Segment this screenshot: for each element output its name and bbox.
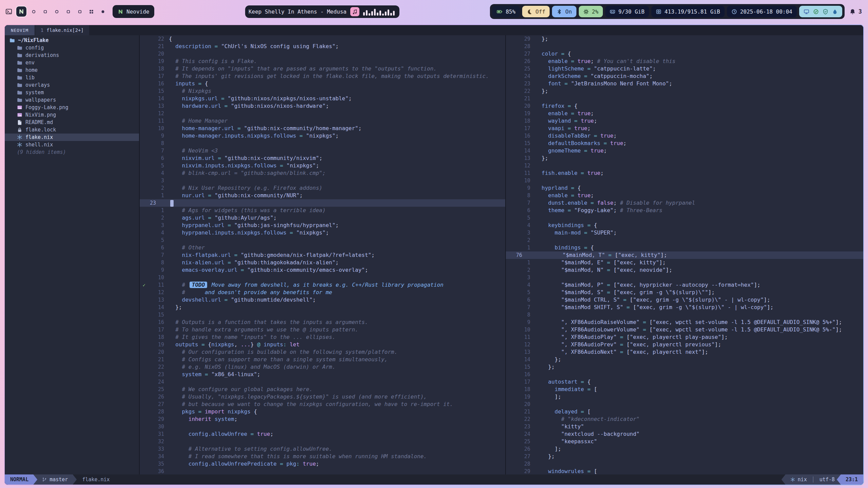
code-line[interactable]: 20 xyxy=(506,401,863,408)
code-line[interactable]: 19 # This config is a Flake. xyxy=(140,58,505,65)
code-line[interactable]: 14 }; xyxy=(506,356,863,363)
code-line[interactable]: 22 # "kdeconnect-indicator" xyxy=(506,415,863,423)
code-line[interactable]: 22 }; xyxy=(506,87,863,95)
tree-item-lib[interactable]: lib xyxy=(5,74,139,81)
tree-item-derivations[interactable]: derivations xyxy=(5,52,139,59)
code-line[interactable]: 16 xyxy=(506,371,863,378)
code-line[interactable]: 6 "$mainMod CTRL, S" = ["exec, grim -g \… xyxy=(506,296,863,304)
tree-item-NixVim.png[interactable]: NixVim.png xyxy=(5,111,139,119)
code-line[interactable]: 18 # It gives the name "inputs" to the .… xyxy=(140,333,505,341)
code-line[interactable]: 29 }; xyxy=(506,35,863,43)
idle-inhibitor-pill[interactable]: Off xyxy=(522,6,550,17)
code-line[interactable]: 3 xyxy=(506,274,863,281)
code-line[interactable]: 26 ]; xyxy=(506,445,863,453)
clock-pill[interactable]: 2025-06-18 00:04 xyxy=(727,6,797,17)
memory-pill[interactable]: 9/30 GiB xyxy=(605,6,649,17)
code-line[interactable]: 8 nix-alien.url = "github:thiagokokada/n… xyxy=(140,259,505,266)
code-line[interactable]: 35 config.allowUnfreePredicate = pkg: tr… xyxy=(140,460,505,468)
code-line[interactable]: 2 # Nix User Repository (e.g. Firefox ad… xyxy=(140,184,505,192)
launcher-terminal-icon[interactable] xyxy=(4,7,14,16)
code-line[interactable]: 21 description = "ChUrl's NixOS config u… xyxy=(140,43,505,50)
code-line[interactable]: 28 pkgs = import nixpkgs { xyxy=(140,408,505,415)
code-line[interactable]: 19 ]; xyxy=(506,393,863,401)
tray-monitor-icon[interactable] xyxy=(804,9,809,15)
code-line[interactable]: 14 }; xyxy=(140,304,505,311)
code-line[interactable]: 12 # and doesn't provide any benefits fo… xyxy=(140,289,505,296)
code-line[interactable]: 7 dunst.enable = false; # Disable for hy… xyxy=(506,199,863,207)
tree-root[interactable]: ~/NixFlake xyxy=(5,37,139,44)
code-line[interactable]: 5 xyxy=(140,237,505,244)
tree-item-shell.nix[interactable]: shell.nix xyxy=(5,141,139,148)
git-branch[interactable]: master xyxy=(33,474,77,485)
code-line[interactable]: 20 firefox = { xyxy=(506,102,863,110)
battery-pill[interactable]: 85% xyxy=(492,6,520,17)
code-line[interactable]: 28 xyxy=(506,43,863,50)
cpu-pill[interactable]: 2% xyxy=(579,6,603,17)
code-line[interactable]: 13 hardware.url = "github:nixos/nixos-ha… xyxy=(140,102,505,110)
code-line[interactable]: 4 keybindings = { xyxy=(506,222,863,229)
code-line[interactable]: ✓11 # TODO Move away from devshell, as i… xyxy=(140,281,505,289)
code-line[interactable]: 2 ags.url = "github:Aylur/ags"; xyxy=(140,214,505,222)
code-line[interactable]: 26 enable = true; # You can't disable th… xyxy=(506,58,863,65)
workspace-1-active[interactable] xyxy=(16,6,26,17)
code-line[interactable]: 21 # Configs can support more than a sin… xyxy=(140,356,505,363)
code-line[interactable]: 76 "$mainMod, T" = ["exec, kitty"]; xyxy=(506,251,863,259)
disk-pill[interactable]: 413.19/915.81 GiB xyxy=(651,6,725,17)
code-line[interactable]: 2 xyxy=(506,237,863,244)
workspace-5[interactable] xyxy=(64,7,73,16)
code-line[interactable]: 25 lightScheme = "catppuccin-latte"; xyxy=(506,65,863,73)
code-line[interactable]: 21 xyxy=(506,95,863,102)
code-line[interactable]: 7 # NeoVim <3 xyxy=(140,147,505,155)
code-line[interactable]: 4 # blink-cmp.url = "github:saghen/blink… xyxy=(140,169,505,177)
workspace-3[interactable] xyxy=(41,7,50,16)
workspace-4[interactable] xyxy=(52,7,61,16)
app-badge-neovide[interactable]: Neovide xyxy=(113,5,154,18)
code-line[interactable]: 19 enable = true; xyxy=(506,110,863,117)
code-line[interactable]: 23 font = "JetBrainsMono Nerd Font Mono"… xyxy=(506,80,863,87)
code-line[interactable]: 15 xyxy=(140,311,505,319)
code-line[interactable]: 25 # We configure our global packages he… xyxy=(140,386,505,393)
code-line[interactable]: 9 emacs-overlay.url = "github:nix-commun… xyxy=(140,266,505,274)
code-line[interactable]: 1 nur.url = "github:nix-community/NUR"; xyxy=(140,192,505,199)
code-line[interactable]: 26 # Usually, "nixpkgs.legacyPackages.${… xyxy=(140,393,505,401)
code-line[interactable]: 36 xyxy=(140,468,505,474)
tree-item-env[interactable]: env xyxy=(5,59,139,66)
tree-item-config[interactable]: config xyxy=(5,44,139,52)
code-line[interactable]: 28 xyxy=(506,460,863,468)
code-line[interactable]: 34 # I read somewhere that this is more … xyxy=(140,453,505,460)
code-line[interactable]: 27 }; xyxy=(506,453,863,460)
code-line[interactable]: 19 outputs = {nixpkgs, ...} @ inputs: le… xyxy=(140,341,505,348)
code-line[interactable]: 31 config.allowUnfree = true; xyxy=(140,430,505,438)
code-line[interactable]: 23 xyxy=(140,199,505,207)
code-line[interactable]: 13 }; xyxy=(506,155,863,162)
code-line[interactable]: 13 ", XF86AudioNext" = ["exec, playerctl… xyxy=(506,348,863,356)
notifications-indicator[interactable]: 3 xyxy=(849,8,864,15)
tray-check-icon[interactable] xyxy=(813,9,819,15)
code-line[interactable]: 12 xyxy=(506,162,863,169)
code-line[interactable]: 14 nixpkgs.url = "github:nixos/nixpkgs/n… xyxy=(140,95,505,102)
code-line[interactable]: 5 xyxy=(506,214,863,222)
code-line[interactable]: 16 disableTabBar = true; xyxy=(506,132,863,140)
code-line[interactable]: 8 xyxy=(506,311,863,319)
tree-item-wallpapers[interactable]: wallpapers xyxy=(5,96,139,104)
code-line[interactable]: 32 xyxy=(140,438,505,445)
code-line[interactable]: 18 wayland = true; xyxy=(506,117,863,125)
code-line[interactable]: 7 "$mainMod SHIFT, S" = ["exec, grim -g … xyxy=(506,304,863,311)
code-line[interactable]: 16 # Outputs is a function that takes th… xyxy=(140,319,505,326)
code-line[interactable]: 1 bindings = { xyxy=(506,244,863,251)
code-line[interactable]: 23 system = "x86_64-linux"; xyxy=(140,371,505,378)
code-line[interactable]: 6 # Other xyxy=(140,244,505,251)
code-line[interactable]: 24 xyxy=(140,378,505,386)
code-line[interactable]: 24 darkScheme = "catppuccin-mocha"; xyxy=(506,73,863,80)
code-line[interactable]: 27 # but because we want to change the n… xyxy=(140,401,505,408)
tree-item-flake.nix[interactable]: flake.nix xyxy=(5,134,139,141)
code-line[interactable]: 12 ", XF86AudioPrev" = ["exec, playerctl… xyxy=(506,341,863,348)
code-line[interactable]: 14 gnomeTheme = true; xyxy=(506,147,863,155)
code-line[interactable]: 23 "kitty" xyxy=(506,423,863,430)
code-line[interactable]: 7 nix-flatpak.url = "github:gmodena/nix-… xyxy=(140,251,505,259)
code-line[interactable]: 10 xyxy=(140,274,505,281)
code-line[interactable]: 24 "nextcloud --background" xyxy=(506,430,863,438)
code-line[interactable]: 9 ", XF86AudioRaiseVolume" = ["exec, wpc… xyxy=(506,319,863,326)
workspace-2[interactable] xyxy=(29,7,38,16)
code-line[interactable]: 17 vaapi = true; xyxy=(506,125,863,132)
